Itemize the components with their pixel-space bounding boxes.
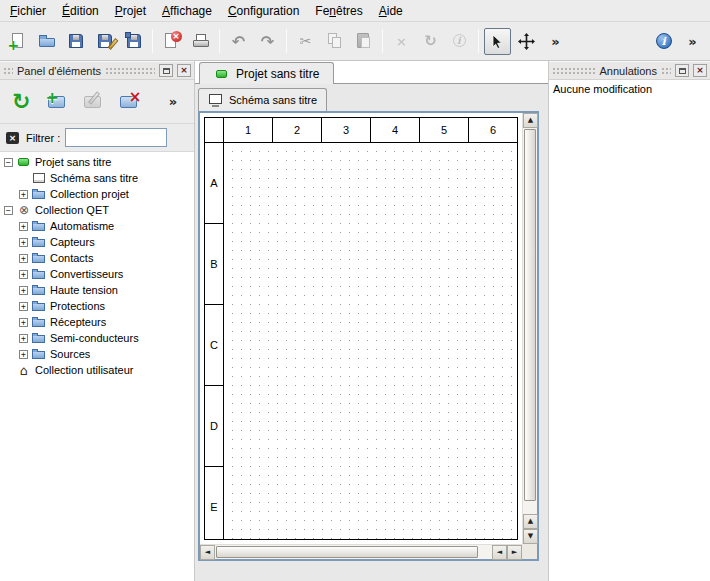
diagram-view[interactable]: 123456 ABCDE ▲ ▲ ▼ ◄ [198, 111, 539, 561]
expand-icon[interactable]: + [19, 238, 28, 247]
column-label: 5 [420, 118, 469, 142]
tree-item[interactable]: +Haute tension [0, 282, 194, 298]
tree-item[interactable]: −Projet sans titre [0, 154, 194, 170]
tree-item[interactable]: +Capteurs [0, 234, 194, 250]
menu-fenetres[interactable]: Fenêtres [307, 1, 370, 21]
float-panel-button[interactable] [675, 64, 689, 77]
expand-icon[interactable]: + [19, 334, 28, 343]
close-file-button[interactable] [158, 28, 185, 55]
folder-open-icon [37, 31, 57, 51]
tree-item[interactable]: +Convertisseurs [0, 266, 194, 282]
close-panel-button[interactable] [693, 64, 707, 77]
new-project-button[interactable] [4, 28, 31, 55]
scroll-left-button[interactable]: ◄ [200, 545, 215, 560]
print-button[interactable] [187, 28, 214, 55]
dock-grip[interactable] [105, 67, 155, 75]
scroll-up-button-2[interactable]: ▲ [523, 514, 538, 529]
dock-grip[interactable] [3, 67, 13, 75]
row-label: B [205, 224, 223, 305]
close-panel-button[interactable] [177, 64, 191, 77]
scroll-up-button[interactable]: ▲ [523, 113, 538, 128]
menu-edition[interactable]: Édition [54, 1, 107, 21]
undo-history-list[interactable]: Aucune modification [549, 80, 710, 581]
scroll-down-button[interactable]: ▼ [523, 529, 538, 544]
new-element-button[interactable] [43, 86, 71, 118]
about-button[interactable] [650, 28, 677, 55]
tree-item[interactable]: +Protections [0, 298, 194, 314]
tree-item[interactable]: +Collection projet [0, 186, 194, 202]
scroll-left-button-2[interactable]: ◄ [492, 545, 507, 560]
undo-panel-header[interactable]: Annulations [549, 61, 710, 80]
float-panel-button[interactable] [159, 64, 173, 77]
schema-tab[interactable]: Schéma sans titre [198, 88, 327, 111]
menu-affichage[interactable]: Affichage [154, 1, 220, 21]
main-area: Panel d'éléments ↻» Filtrer : −Projet sa… [0, 61, 710, 581]
pan-tool-button[interactable] [513, 28, 540, 55]
tree-item-label: Récepteurs [50, 316, 106, 328]
menu-aide[interactable]: Aide [371, 1, 411, 21]
expand-icon[interactable]: + [19, 270, 28, 279]
help-toolbar-overflow-button[interactable]: » [679, 28, 706, 55]
collapse-icon[interactable]: − [4, 206, 13, 215]
tree-item[interactable]: Schéma sans titre [0, 170, 194, 186]
workspace: Projet sans titre Schéma sans titre 1234… [195, 61, 548, 581]
scroll-right-button[interactable]: ► [507, 545, 522, 560]
tree-item-label: Semi-conducteurs [50, 332, 139, 344]
open-project-button[interactable] [33, 28, 60, 55]
tree-item[interactable]: +Contacts [0, 250, 194, 266]
expand-icon[interactable]: + [19, 302, 28, 311]
horizontal-scrollbar[interactable]: ◄ ◄ ► [200, 544, 522, 559]
select-tool-button[interactable] [484, 28, 511, 55]
expand-icon[interactable]: + [19, 318, 28, 327]
tree-item-label: Automatisme [50, 220, 114, 232]
save-all-button[interactable] [120, 28, 147, 55]
vertical-scroll-track[interactable] [523, 128, 537, 514]
expand-icon[interactable]: + [19, 350, 28, 359]
vertical-scroll-thumb[interactable] [524, 129, 536, 501]
tree-item-label: Haute tension [50, 284, 118, 296]
clear-filter-icon[interactable] [5, 130, 21, 146]
vertical-scrollbar[interactable]: ▲ ▲ ▼ [522, 113, 537, 544]
menu-fichier[interactable]: Fichier [2, 1, 54, 21]
delete-element-button[interactable] [116, 86, 144, 118]
expand-icon[interactable]: + [19, 190, 28, 199]
floppy-icon [66, 31, 86, 51]
dock-grip[interactable] [661, 67, 671, 75]
cross-icon: × [392, 31, 412, 51]
elements-panel-header[interactable]: Panel d'éléments [0, 61, 194, 80]
chevron-double-icon: » [683, 31, 703, 51]
close-icon [180, 65, 188, 76]
float-icon [163, 68, 170, 74]
menu-projet[interactable]: Projet [107, 1, 154, 21]
printer-icon [191, 31, 211, 51]
save-as-button[interactable] [91, 28, 118, 55]
reload-collections-button[interactable]: ↻ [7, 86, 35, 118]
column-label: 4 [371, 118, 420, 142]
toolbar-overflow-button[interactable]: » [542, 28, 569, 55]
tree-item[interactable]: +Semi-conducteurs [0, 330, 194, 346]
floppy-edit-icon [95, 31, 115, 51]
elements-toolbar-overflow-button[interactable]: » [159, 86, 187, 118]
schema-icon [31, 171, 47, 185]
project-tab[interactable]: Projet sans titre [199, 62, 334, 84]
tree-item[interactable]: −⊗Collection QET [0, 202, 194, 218]
home-icon: ⌂ [16, 363, 32, 377]
tree-item[interactable]: +Automatisme [0, 218, 194, 234]
expand-icon[interactable]: + [19, 254, 28, 263]
main-toolbar: ↶↷✂×↻»» [0, 22, 710, 61]
expand-icon[interactable]: + [19, 222, 28, 231]
tree-item[interactable]: ⌂Collection utilisateur [0, 362, 194, 378]
column-label: 1 [224, 118, 273, 142]
tree-item[interactable]: +Récepteurs [0, 314, 194, 330]
save-button[interactable] [62, 28, 89, 55]
filter-input[interactable] [65, 128, 167, 147]
collapse-icon[interactable]: − [4, 158, 13, 167]
horizontal-scroll-track[interactable] [215, 545, 492, 559]
schema-canvas[interactable] [224, 143, 517, 539]
dock-grip[interactable] [552, 67, 596, 75]
tree-item[interactable]: +Sources [0, 346, 194, 362]
expand-icon[interactable]: + [19, 286, 28, 295]
menu-configuration[interactable]: Configuration [220, 1, 307, 21]
schema-tab-icon [208, 93, 224, 107]
horizontal-scroll-thumb[interactable] [216, 546, 478, 558]
